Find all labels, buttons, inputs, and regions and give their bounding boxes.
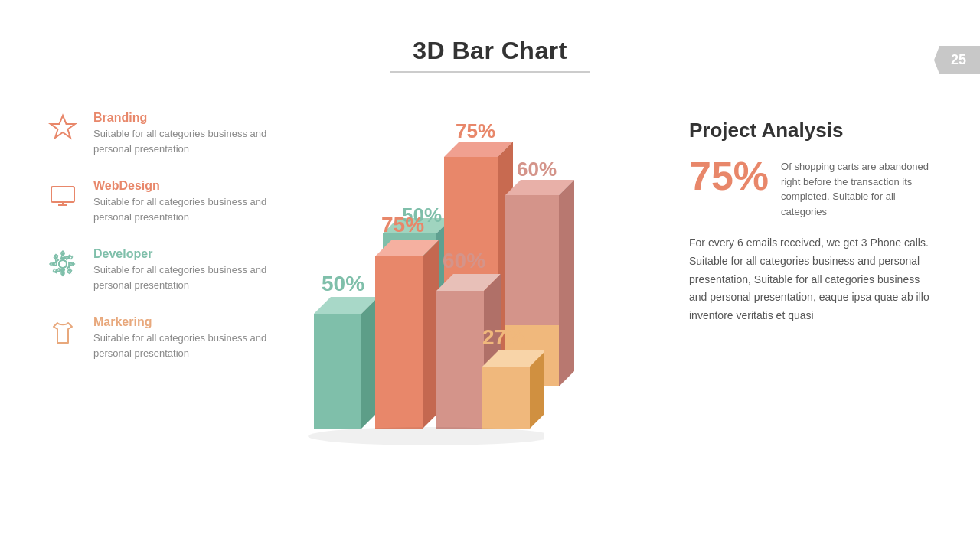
svg-point-38 (308, 427, 544, 445)
legend-desc: Suitable for all categories business and… (93, 262, 291, 292)
svg-text:75%: 75% (381, 213, 424, 236)
stat-desc: Of shopping carts are abandoned right be… (781, 156, 934, 219)
legend-text-markering: Markering Suitable for all categories bu… (93, 315, 291, 360)
svg-text:60%: 60% (443, 249, 485, 272)
analysis-panel: Project Analysis 75% Of shopping carts a… (674, 96, 934, 325)
svg-rect-1 (51, 187, 74, 202)
svg-text:50%: 50% (322, 272, 364, 295)
shirt-icon (46, 315, 80, 349)
monitor-icon (46, 179, 80, 213)
list-item: Branding Suitable for all categories bus… (46, 111, 291, 156)
svg-marker-18 (559, 180, 574, 386)
list-item: Developer Suitable for all categories bu… (46, 247, 291, 292)
legend-title: Markering (93, 315, 291, 329)
svg-rect-30 (436, 291, 484, 429)
page-number: 25 (934, 46, 980, 74)
legend-desc: Suitable for all categories business and… (93, 194, 291, 224)
svg-marker-0 (51, 116, 75, 138)
star-icon (46, 111, 80, 145)
analysis-body: For every 6 emails received, we get 3 Ph… (689, 234, 934, 325)
analysis-title: Project Analysis (689, 119, 934, 142)
page-title: 3D Bar Chart (0, 37, 980, 65)
stat-number: 75% (689, 156, 769, 196)
svg-rect-26 (375, 256, 423, 429)
chart-area: 50% 75% 60% (291, 96, 674, 448)
legend-title: WebDesign (93, 179, 291, 193)
title-area: 3D Bar Chart (0, 0, 980, 73)
legend-title: Branding (93, 111, 291, 125)
legend-text-branding: Branding Suitable for all categories bus… (93, 111, 291, 156)
analysis-stat: 75% Of shopping carts are abandoned righ… (689, 156, 934, 219)
svg-text:27%: 27% (482, 325, 525, 349)
legend-text-developer: Developer Suitable for all categories bu… (93, 247, 291, 292)
legend-desc: Suitable for all categories business and… (93, 126, 291, 156)
legend-title: Developer (93, 247, 291, 261)
legend-text-webdesign: WebDesign Suitable for all categories bu… (93, 179, 291, 224)
gear-icon (46, 247, 80, 281)
list-item: Markering Suitable for all categories bu… (46, 315, 291, 360)
content-area: Branding Suitable for all categories bus… (0, 73, 980, 448)
svg-rect-34 (482, 367, 530, 429)
bar-chart-3d: 50% 75% 60% 27% (299, 122, 544, 474)
svg-point-5 (59, 260, 67, 268)
legend: Branding Suitable for all categories bus… (46, 96, 291, 360)
legend-desc: Suitable for all categories business and… (93, 331, 291, 360)
svg-rect-22 (314, 314, 361, 429)
list-item: WebDesign Suitable for all categories bu… (46, 179, 291, 224)
